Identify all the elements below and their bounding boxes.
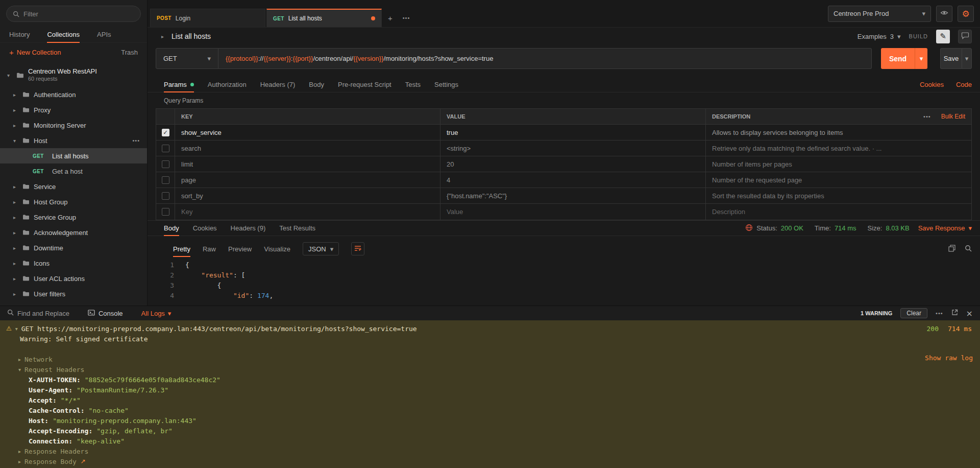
console-section-response-body[interactable]: ▸ Response Body ↗ [6, 456, 974, 466]
request-list-all-hosts[interactable]: GET List all hosts [0, 148, 147, 163]
language-selector[interactable]: JSON ▾ [303, 242, 339, 255]
copy-icon[interactable] [948, 245, 955, 253]
folder-user-acl-actions[interactable]: ▸ User ACL actions [0, 271, 147, 286]
examples-dropdown[interactable]: Examples 3 ▾ [857, 33, 901, 40]
folder-service-group[interactable]: ▸ Service Group [0, 209, 147, 225]
param-key-cell[interactable]: sort_by [175, 188, 440, 203]
console-request-entry[interactable]: ⚠ ▾ GET https://monitoring-preprod.compa… [6, 323, 974, 334]
filter-input[interactable] [23, 10, 134, 18]
param-value-cell[interactable]: Value [440, 204, 705, 220]
response-tab-test-results[interactable]: Test Results [279, 221, 315, 236]
folder-host-group[interactable]: ▸ Host Group [0, 194, 147, 209]
view-tab-preview[interactable]: Preview [228, 241, 252, 257]
row-checkbox[interactable]: ✓ [162, 129, 169, 136]
folder-acknowledgement[interactable]: ▸ Acknowledgement [0, 225, 147, 240]
param-value-cell[interactable]: true [440, 125, 705, 140]
chevron-right-icon[interactable]: ▸ [161, 34, 166, 39]
row-checkbox[interactable] [162, 208, 169, 216]
param-description-cell[interactable]: Sort the resulted data by its properties [705, 188, 971, 203]
cookies-link[interactable]: Cookies [920, 81, 944, 88]
response-tab-cookies[interactable]: Cookies [193, 221, 217, 236]
tab-login[interactable]: POST Login [150, 9, 265, 27]
send-button[interactable]: Send [881, 48, 915, 69]
filter-box[interactable] [6, 6, 141, 22]
param-description-cell[interactable]: Number of the requested page [705, 172, 971, 188]
param-description-cell[interactable]: Description [705, 204, 971, 220]
comments-button[interactable] [958, 30, 972, 43]
param-key-cell[interactable]: limit [175, 156, 440, 172]
param-key-cell[interactable]: search [175, 141, 440, 156]
console-button[interactable]: Console [88, 310, 123, 317]
method-selector[interactable]: GET ▾ [156, 48, 218, 69]
tab-authorization[interactable]: Authorization [208, 77, 247, 92]
environment-quicklook-button[interactable] [936, 6, 952, 22]
folder-monitoring-server[interactable]: ▸ Monitoring Server [0, 118, 147, 133]
folder-options-icon[interactable]: ••• [132, 137, 140, 144]
save-button[interactable]: Save [940, 48, 962, 69]
view-tab-pretty[interactable]: Pretty [173, 241, 190, 257]
settings-button[interactable]: ⚙ [958, 6, 974, 22]
send-options-button[interactable]: ▾ [915, 48, 927, 69]
edit-button[interactable]: ✎ [936, 30, 950, 43]
tab-headers[interactable]: Headers (7) [260, 77, 296, 92]
url-input[interactable]: {{protocol}}://{{server}}:{{port}}/centr… [218, 48, 872, 69]
search-icon[interactable] [965, 245, 972, 253]
save-options-button[interactable]: ▾ [962, 48, 972, 69]
console-section-network[interactable]: ▸ Network [6, 354, 974, 364]
response-tab-body[interactable]: Body [164, 221, 179, 236]
tab-tests[interactable]: Tests [405, 77, 421, 92]
external-link-icon[interactable]: ↗ [81, 458, 86, 465]
folder-authentication[interactable]: ▸ Authentication [0, 87, 147, 102]
new-tab-button[interactable]: + [383, 9, 398, 27]
request-get-a-host[interactable]: GET Get a host [0, 163, 147, 179]
folder-service[interactable]: ▸ Service [0, 179, 147, 194]
trash-button[interactable]: Trash [121, 49, 138, 56]
param-description-cell[interactable]: Allows to display services belonging to … [705, 125, 971, 140]
row-checkbox[interactable] [162, 145, 169, 152]
open-in-new-icon[interactable] [951, 309, 958, 317]
param-description-cell[interactable]: Number of items per pages [705, 156, 971, 172]
view-tab-raw[interactable]: Raw [203, 241, 216, 257]
param-key-cell[interactable]: Key [175, 204, 440, 220]
more-icon[interactable]: ••• [923, 113, 931, 120]
save-response-button[interactable]: Save Response ▾ [918, 224, 972, 232]
folder-icons[interactable]: ▸ Icons [0, 255, 147, 271]
tab-list-all-hosts[interactable]: GET List all hosts [266, 9, 382, 27]
folder-downtime[interactable]: ▸ Downtime [0, 240, 147, 255]
param-value-cell[interactable]: <string> [440, 141, 705, 156]
tab-pre-request-script[interactable]: Pre-request Script [338, 77, 391, 92]
close-icon[interactable]: × [966, 309, 973, 318]
tab-options-button[interactable]: ••• [398, 9, 415, 27]
param-key-cell[interactable]: show_service [175, 125, 440, 140]
sidebar-tab-collections[interactable]: Collections [47, 27, 80, 42]
network-icon[interactable] [745, 224, 753, 233]
console-section-response-headers[interactable]: ▸ Response Headers [6, 446, 974, 456]
folder-proxy[interactable]: ▸ Proxy [0, 102, 147, 118]
new-collection-button[interactable]: + New Collection [9, 48, 61, 57]
more-icon[interactable]: ••• [936, 310, 943, 316]
folder-user-filters[interactable]: ▸ User filters [0, 286, 147, 301]
wrap-lines-toggle[interactable] [351, 242, 364, 255]
show-raw-log-link[interactable]: Show raw log [925, 354, 973, 362]
console-section-request-headers[interactable]: ▾ Request Headers [6, 364, 974, 375]
row-checkbox[interactable] [162, 160, 169, 168]
param-value-cell[interactable]: {"host.name":"ASC"} [440, 188, 705, 203]
tab-params[interactable]: Params [164, 77, 194, 92]
clear-console-button[interactable]: Clear [900, 308, 927, 318]
sidebar-tab-history[interactable]: History [9, 27, 30, 42]
response-tab-headers[interactable]: Headers (9) [231, 221, 266, 236]
param-description-cell[interactable]: Retrieve only data matching the defined … [705, 141, 971, 156]
folder-host[interactable]: ▾ Host ••• [0, 133, 147, 148]
param-value-cell[interactable]: 20 [440, 156, 705, 172]
code-link[interactable]: Code [956, 81, 972, 88]
row-checkbox[interactable] [162, 176, 169, 184]
view-tab-visualize[interactable]: Visualize [264, 241, 290, 257]
collection-root[interactable]: ▾ Centreon Web RestAPI 60 requests [0, 63, 147, 87]
bulk-edit-link[interactable]: Bulk Edit [941, 113, 965, 120]
environment-selector[interactable]: Centreon Pre Prod ▾ [828, 6, 931, 22]
sidebar-tab-apis[interactable]: APIs [97, 27, 111, 42]
param-value-cell[interactable]: 4 [440, 172, 705, 188]
find-replace-button[interactable]: Find and Replace [7, 309, 69, 317]
tab-body[interactable]: Body [309, 77, 324, 92]
log-filter-dropdown[interactable]: All Logs ▾ [141, 310, 172, 317]
